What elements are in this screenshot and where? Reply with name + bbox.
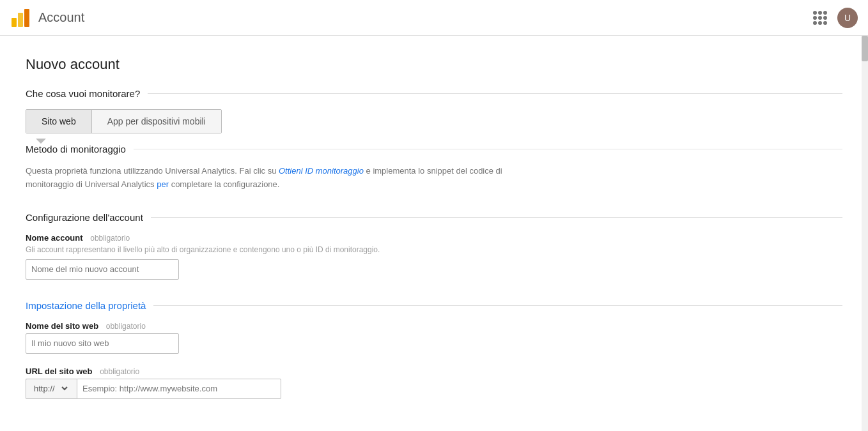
monitor-toggle-group: Sito web App per dispositivi mobili — [26, 109, 222, 133]
header-title: Account — [38, 10, 84, 25]
tab-website[interactable]: Sito web — [26, 110, 92, 133]
scrollbar-thumb[interactable] — [862, 36, 868, 61]
tracking-link[interactable]: Ottieni ID monitoraggio — [279, 166, 364, 176]
config-section-header: Configurazione dell'account — [26, 212, 842, 223]
main-content: Nuovo account Che cosa vuoi monitorare? … — [0, 36, 868, 431]
url-field-group: URL del sito web obbligatorio http:// ht… — [26, 367, 842, 399]
tab-mobile[interactable]: App per dispositivi mobili — [92, 110, 221, 133]
property-section-header: Impostazione della proprietà — [26, 300, 842, 311]
svg-rect-1 — [18, 13, 23, 27]
account-name-field-group: Nome account obbligatorio Gli account ra… — [26, 233, 842, 280]
property-section: Impostazione della proprietà Nome del si… — [26, 300, 842, 399]
tracking-text-part3: completare la configurazione. — [169, 179, 279, 189]
svg-rect-2 — [24, 9, 29, 27]
url-label-text: URL del sito web — [26, 367, 93, 376]
monitor-section-title: Che cosa vuoi monitorare? — [26, 88, 140, 99]
svg-rect-0 — [12, 18, 17, 27]
account-name-label-text: Nome account — [26, 233, 83, 243]
url-protocol-select[interactable]: http:// https:// — [31, 383, 70, 394]
property-section-title: Impostazione della proprietà — [26, 300, 146, 311]
tracking-text-part1: Questa proprietà funziona utilizzando Un… — [26, 166, 279, 176]
account-name-label: Nome account obbligatorio — [26, 233, 842, 243]
tracking-method-section: Metodo di monitoraggio Questa proprietà … — [26, 144, 842, 192]
url-input-wrapper: http:// https:// — [26, 379, 281, 399]
account-name-required: obbligatorio — [90, 234, 130, 243]
account-name-input[interactable] — [26, 259, 179, 280]
avatar[interactable]: U — [837, 8, 858, 28]
tracking-divider — [134, 149, 842, 149]
tracking-section-title: Metodo di monitoraggio — [26, 144, 126, 155]
header-right: U — [813, 8, 858, 28]
url-prefix-select[interactable]: http:// https:// — [26, 379, 77, 399]
property-divider — [153, 305, 842, 306]
website-name-required: obbligatorio — [106, 322, 146, 331]
monitor-divider — [148, 93, 842, 94]
config-section-title: Configurazione dell'account — [26, 212, 143, 223]
header-left: Account — [10, 8, 84, 28]
tracking-link2[interactable]: per — [157, 179, 169, 189]
url-label: URL del sito web obbligatorio — [26, 367, 842, 376]
tracking-description: Questa proprietà funziona utilizzando Un… — [26, 165, 511, 192]
website-name-label: Nome del sito web obbligatorio — [26, 321, 842, 331]
website-name-label-text: Nome del sito web — [26, 321, 98, 331]
page-title: Nuovo account — [26, 56, 842, 73]
toggle-indicator — [36, 139, 46, 144]
config-divider — [151, 217, 842, 218]
apps-icon[interactable] — [813, 11, 827, 25]
header: Account U — [0, 0, 868, 36]
scrollbar[interactable] — [862, 36, 868, 431]
tracking-section-header: Metodo di monitoraggio — [26, 144, 842, 155]
monitor-section-header: Che cosa vuoi monitorare? — [26, 88, 842, 99]
account-name-desc: Gli account rappresentano il livello più… — [26, 245, 842, 254]
url-required: obbligatorio — [100, 367, 139, 376]
website-name-input[interactable] — [26, 333, 179, 354]
website-name-field-group: Nome del sito web obbligatorio — [26, 321, 842, 354]
url-input[interactable] — [77, 379, 281, 399]
analytics-logo — [10, 8, 31, 28]
account-config-section: Configurazione dell'account Nome account… — [26, 212, 842, 280]
